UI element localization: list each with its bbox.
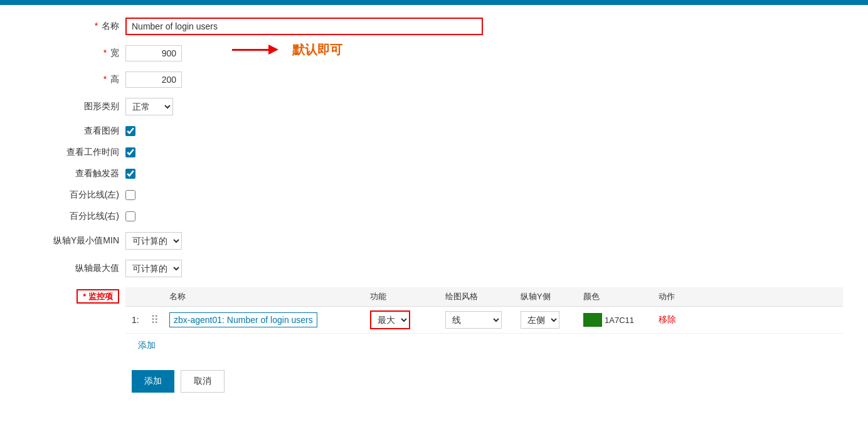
width-input[interactable] <box>125 45 182 61</box>
view-legend-checkbox[interactable] <box>125 126 135 136</box>
view-triggers-label: 查看触发器 <box>25 168 125 179</box>
col-header-name: 名称 <box>169 291 370 302</box>
graph-type-select[interactable]: 正常 堆叠 饼图 爆炸图 <box>125 98 173 115</box>
col-header-style: 绘图风格 <box>445 291 521 302</box>
view-work-time-row: 查看工作时间 <box>25 147 843 158</box>
y-min-row: 纵轴Y最小值MIN 可计算的 固定 物品 <box>25 232 843 250</box>
graph-type-row: 图形类别 正常 堆叠 饼图 爆炸图 <box>25 98 843 115</box>
arrow-graphic <box>232 40 282 59</box>
view-work-time-checkbox[interactable] <box>125 147 135 157</box>
graph-type-label: 图形类别 <box>25 101 125 112</box>
monitor-row-action-cell: 移除 <box>659 314 696 326</box>
monitor-required-label: * 监控项 <box>77 289 119 304</box>
col-header-yaxis: 纵轴Y侧 <box>521 291 583 302</box>
button-spacer <box>25 370 125 393</box>
height-required-star: * <box>103 74 107 84</box>
color-hex-text: 1A7C11 <box>605 315 634 325</box>
bottom-buttons: 添加 取消 <box>25 370 843 393</box>
col-header-action: 动作 <box>659 291 696 302</box>
yaxis-select[interactable]: 左侧 右侧 <box>521 311 559 329</box>
y-min-label: 纵轴Y最小值MIN <box>25 235 125 246</box>
height-label: * 高 <box>25 74 125 85</box>
view-legend-label: 查看图例 <box>25 125 125 137</box>
arrow-line <box>232 49 270 51</box>
y-min-select[interactable]: 可计算的 固定 物品 <box>125 232 182 250</box>
width-required-star: * <box>103 48 107 58</box>
monitor-row-name-link[interactable]: zbx-agent01: Number of login users <box>169 312 317 327</box>
add-monitor-row: 添加 <box>125 334 843 358</box>
name-label-text: 名称 <box>102 21 119 31</box>
y-max-row: 纵轴最大值 可计算的 固定 物品 <box>25 260 843 277</box>
remove-link[interactable]: 移除 <box>659 314 676 324</box>
percentile-left-checkbox[interactable] <box>125 190 135 200</box>
style-select[interactable]: 线 填充区域 粗线 点 <box>445 311 502 329</box>
arrow-head <box>268 45 278 55</box>
func-select[interactable]: 最大 最小 平均 全部 <box>371 312 409 328</box>
view-triggers-checkbox[interactable] <box>125 169 135 179</box>
name-required-star: * <box>95 21 98 31</box>
cancel-button[interactable]: 取消 <box>181 370 225 393</box>
name-label: * 名称 <box>25 21 125 32</box>
percentile-left-row: 百分比线(左) <box>25 189 843 201</box>
annotation-arrow: 默认即可 <box>232 40 342 59</box>
monitor-row-num: 1: <box>132 315 151 325</box>
monitor-data-row: 1: ⠿ zbx-agent01: Number of login users … <box>125 307 843 334</box>
monitor-label-text: 监控项 <box>88 292 113 301</box>
monitor-table-header: 名称 功能 绘图风格 纵轴Y侧 颜色 动作 <box>125 287 843 307</box>
height-input[interactable] <box>125 72 182 88</box>
monitor-row-func-cell: 最大 最小 平均 全部 <box>370 310 445 329</box>
percentile-right-row: 百分比线(右) <box>25 211 843 222</box>
y-max-label: 纵轴最大值 <box>25 263 125 274</box>
percentile-left-label: 百分比线(左) <box>25 189 125 201</box>
monitor-section-row: * 监控项 名称 功能 绘图风格 纵轴Y侧 颜色 动作 1: ⠿ zbx-ag <box>25 287 843 358</box>
width-label: * 宽 <box>25 48 125 59</box>
width-row: * 宽 默认即可 <box>25 45 843 61</box>
col-header-func: 功能 <box>370 291 445 302</box>
color-swatch <box>583 313 602 327</box>
percentile-right-checkbox[interactable] <box>125 211 135 221</box>
monitor-table-container: 名称 功能 绘图风格 纵轴Y侧 颜色 动作 1: ⠿ zbx-agent01: … <box>125 287 843 358</box>
col-header-num <box>132 291 151 302</box>
view-triggers-row: 查看触发器 <box>25 168 843 179</box>
add-monitor-link[interactable]: 添加 <box>132 336 162 355</box>
top-bar <box>0 0 868 5</box>
monitor-row-name-cell: zbx-agent01: Number of login users <box>169 312 370 327</box>
y-max-select[interactable]: 可计算的 固定 物品 <box>125 260 182 277</box>
name-row: * 名称 <box>25 18 843 35</box>
monitor-row-color-cell: 1A7C11 <box>583 313 659 327</box>
submit-add-button[interactable]: 添加 <box>132 370 174 393</box>
monitor-required-star: * <box>83 292 86 301</box>
name-input[interactable] <box>125 18 483 35</box>
monitor-label-container: * 监控项 <box>25 287 125 302</box>
percentile-right-label: 百分比线(右) <box>25 211 125 222</box>
col-header-drag <box>151 291 169 302</box>
col-header-color: 颜色 <box>583 291 659 302</box>
view-legend-row: 查看图例 <box>25 125 843 137</box>
drag-handle-icon[interactable]: ⠿ <box>151 313 169 327</box>
monitor-row-yaxis-cell: 左侧 右侧 <box>521 311 583 329</box>
monitor-row-style-cell: 线 填充区域 粗线 点 <box>445 311 521 329</box>
annotation-text: 默认即可 <box>292 41 342 58</box>
view-work-time-label: 查看工作时间 <box>25 147 125 158</box>
func-select-wrapper: 最大 最小 平均 全部 <box>370 310 410 329</box>
page-container: * 名称 * 宽 默认即可 * 高 图形类别 正常 <box>0 5 868 405</box>
height-row: * 高 <box>25 72 843 88</box>
